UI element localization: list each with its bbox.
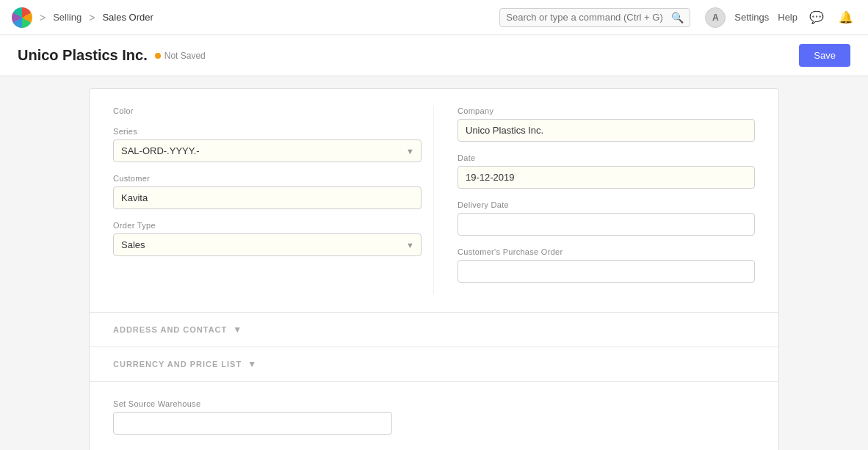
currency-price-label: CURRENCY AND PRICE LIST (113, 360, 242, 369)
chat-icon[interactable]: 💬 (806, 7, 827, 28)
series-select[interactable]: SAL-ORD-.YYYY.- (113, 139, 422, 162)
company-group: Company (457, 106, 755, 142)
delivery-date-label: Delivery Date (457, 200, 755, 209)
color-label: Color (113, 106, 422, 115)
company-label: Company (457, 106, 755, 115)
nav-right-controls: A Settings Help 💬 🔔 (705, 7, 856, 28)
series-select-wrap: SAL-ORD-.YYYY.- ▼ (113, 139, 422, 162)
form-grid: Color Series SAL-ORD-.YYYY.- ▼ Customer (113, 106, 755, 294)
status-badge: Not Saved (155, 51, 206, 61)
save-button[interactable]: Save (799, 44, 850, 67)
status-dot (155, 53, 161, 59)
breadcrumb-sep-1: > (40, 12, 46, 23)
order-type-select-wrap: Sales ▼ (113, 233, 422, 256)
order-type-group: Order Type Sales ▼ (113, 221, 422, 256)
date-label: Date (457, 153, 755, 162)
main-form-section: Color Series SAL-ORD-.YYYY.- ▼ Customer (90, 89, 778, 313)
purchase-order-input[interactable] (457, 260, 755, 283)
customer-label: Customer (113, 174, 422, 183)
currency-price-section[interactable]: CURRENCY AND PRICE LIST ▼ (90, 347, 778, 382)
form-right-col: Company Date Delivery Date Customer's Pu… (434, 106, 755, 294)
warehouse-label: Set Source Warehouse (113, 399, 755, 408)
delivery-date-input[interactable] (457, 213, 755, 236)
settings-button[interactable]: Settings (734, 12, 769, 23)
purchase-order-label: Customer's Purchase Order (457, 247, 755, 256)
help-button[interactable]: Help (778, 12, 798, 23)
address-contact-chevron-icon: ▼ (233, 324, 242, 335)
status-label: Not Saved (164, 51, 206, 61)
warehouse-group: Set Source Warehouse (113, 399, 755, 435)
form-left-col: Color Series SAL-ORD-.YYYY.- ▼ Customer (113, 106, 434, 294)
avatar[interactable]: A (705, 7, 726, 28)
currency-price-chevron-icon: ▼ (247, 359, 256, 369)
bell-icon[interactable]: 🔔 (836, 7, 856, 28)
customer-group: Customer (113, 174, 422, 209)
purchase-order-group: Customer's Purchase Order (457, 247, 755, 283)
warehouse-input[interactable] (113, 412, 392, 435)
top-navigation: > Selling > Sales Order 🔍 A Settings Hel… (0, 0, 868, 35)
form-card: Color Series SAL-ORD-.YYYY.- ▼ Customer (89, 88, 779, 450)
address-contact-label: ADDRESS AND CONTACT (113, 325, 227, 334)
address-contact-section[interactable]: ADDRESS AND CONTACT ▼ (90, 313, 778, 347)
global-search[interactable]: 🔍 (499, 8, 690, 27)
order-type-label: Order Type (113, 221, 422, 230)
app-logo (12, 7, 32, 28)
date-group: Date (457, 153, 755, 189)
breadcrumb-sep-2: > (89, 12, 95, 23)
page-header: Unico Plastics Inc. Not Saved Save (0, 35, 868, 76)
company-input[interactable] (457, 119, 755, 142)
nav-selling-link[interactable]: Selling (53, 12, 82, 23)
date-input[interactable] (457, 166, 755, 189)
search-icon: 🔍 (671, 12, 684, 23)
color-group: Color (113, 106, 422, 115)
customer-input[interactable] (113, 186, 422, 209)
nav-current-page: Sales Order (102, 12, 153, 23)
warehouse-section: Set Source Warehouse (90, 382, 778, 450)
series-group: Series SAL-ORD-.YYYY.- ▼ (113, 127, 422, 162)
search-input[interactable] (506, 12, 667, 23)
page-title: Unico Plastics Inc. (18, 47, 148, 64)
delivery-date-group: Delivery Date (457, 200, 755, 236)
order-type-select[interactable]: Sales (113, 233, 422, 256)
series-label: Series (113, 127, 422, 136)
main-content: Color Series SAL-ORD-.YYYY.- ▼ Customer (0, 88, 868, 450)
